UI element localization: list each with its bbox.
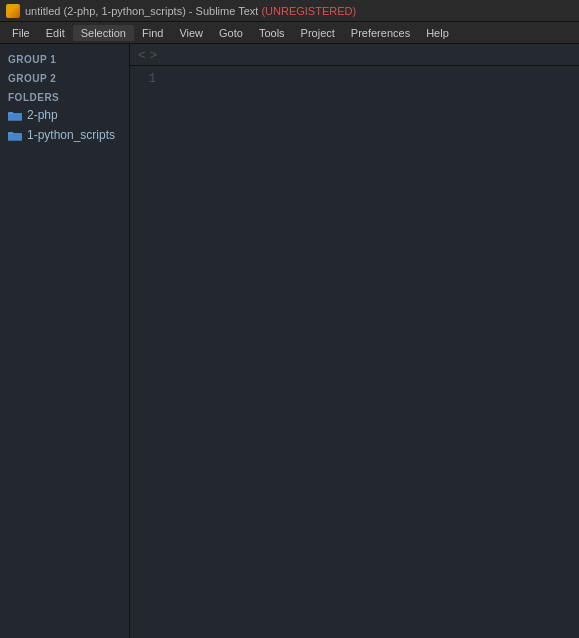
nav-back-button[interactable]: <	[138, 47, 146, 62]
window-title: untitled (2-php, 1-python_scripts) - Sub…	[25, 5, 356, 17]
svg-rect-1	[8, 112, 13, 115]
nav-forward-button[interactable]: >	[150, 47, 158, 62]
menu-project[interactable]: Project	[293, 25, 343, 41]
menu-file[interactable]: File	[4, 25, 38, 41]
editor-area: < > 1	[130, 44, 579, 638]
menu-preferences[interactable]: Preferences	[343, 25, 418, 41]
editor-nav: < >	[130, 44, 579, 66]
title-bar: untitled (2-php, 1-python_scripts) - Sub…	[0, 0, 579, 22]
menu-find[interactable]: Find	[134, 25, 171, 41]
unregistered-label: (UNREGISTERED)	[261, 5, 356, 17]
sublime-text-icon	[6, 4, 20, 18]
menu-edit[interactable]: Edit	[38, 25, 73, 41]
menu-view[interactable]: View	[171, 25, 211, 41]
folder-icon-python	[8, 130, 22, 141]
line-number-1: 1	[130, 70, 156, 89]
svg-rect-3	[8, 132, 13, 135]
sidebar-item-python[interactable]: 1-python_scripts	[0, 125, 129, 145]
sidebar-item-2php[interactable]: 2-php	[0, 105, 129, 125]
editor-code-area[interactable]	[164, 66, 579, 638]
group1-label: GROUP 1	[0, 48, 129, 67]
menu-goto[interactable]: Goto	[211, 25, 251, 41]
editor-content[interactable]: 1	[130, 66, 579, 638]
group2-label: GROUP 2	[0, 67, 129, 86]
folders-label: FOLDERS	[0, 86, 129, 105]
menu-tools[interactable]: Tools	[251, 25, 293, 41]
folder-name-python: 1-python_scripts	[27, 128, 115, 142]
folder-name-php: 2-php	[27, 108, 58, 122]
line-numbers: 1	[130, 66, 164, 638]
menu-bar: File Edit Selection Find View Goto Tools…	[0, 22, 579, 44]
main-layout: GROUP 1 GROUP 2 FOLDERS 2-php 1-python_s…	[0, 44, 579, 638]
menu-help[interactable]: Help	[418, 25, 457, 41]
title-text-main: untitled (2-php, 1-python_scripts) - Sub…	[25, 5, 258, 17]
menu-selection[interactable]: Selection	[73, 25, 134, 41]
sidebar: GROUP 1 GROUP 2 FOLDERS 2-php 1-python_s…	[0, 44, 130, 638]
folder-icon-php	[8, 110, 22, 121]
